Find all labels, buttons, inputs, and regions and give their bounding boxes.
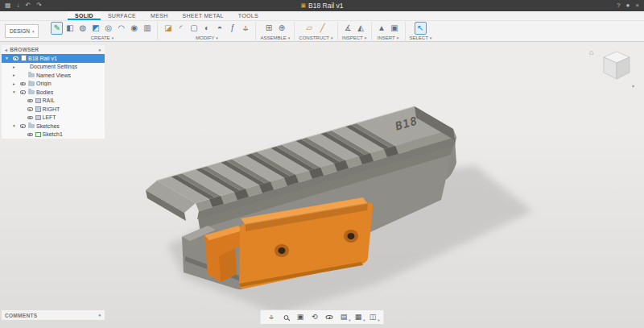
browser-item-right[interactable]: RIGHT	[2, 105, 105, 114]
visibility-eye-icon[interactable]	[26, 99, 34, 103]
viewports-button[interactable]: ◫▾	[367, 312, 379, 322]
ribbon-group-label-insert[interactable]: INSERT▾	[378, 35, 398, 40]
grid-settings-button[interactable]: ▦▾	[353, 312, 365, 322]
create-thread-icon: ▥	[143, 24, 151, 32]
joint-icon: ⊕	[279, 24, 285, 32]
select-tool-button[interactable]: ↖	[415, 22, 427, 35]
construct-axis-button[interactable]: ╱	[316, 22, 328, 35]
disclosure-arrow-icon[interactable]: ▸	[11, 81, 17, 86]
eye-glyph	[27, 133, 33, 137]
disclosure-arrow-icon[interactable]: ▾	[11, 123, 17, 128]
move-copy-button[interactable]: ↔↕	[239, 22, 251, 35]
browser-item-document-settings[interactable]: ▸Document Settings	[2, 63, 105, 72]
ribbon-group-label-inspect[interactable]: INSPECT▾	[342, 35, 367, 40]
display-settings-button[interactable]: ▤▾	[338, 312, 350, 322]
browser-item-sketch1[interactable]: Sketch1	[2, 131, 105, 139]
disclosure-arrow-icon[interactable]: ▸	[11, 73, 17, 77]
create-box-button[interactable]: ◧	[64, 22, 76, 35]
viewport-canvas[interactable]: B18 ◂ BROWSER ● ▾B18 Rail v1▸Document Se…	[0, 42, 644, 328]
view-cube-graphic[interactable]	[589, 47, 636, 89]
tab-solid[interactable]: SOLID	[68, 11, 101, 20]
browser-item-named-views[interactable]: ▸Named Views	[2, 71, 105, 80]
browser-item-rail[interactable]: RAIL	[2, 97, 105, 106]
fillet-button[interactable]: ◜	[175, 22, 187, 35]
create-cylinder-button[interactable]: ◍	[76, 22, 89, 35]
look-at-button[interactable]	[324, 312, 336, 322]
new-component-button[interactable]: ⊞	[262, 22, 275, 35]
construct-axis-icon: ╱	[320, 24, 324, 32]
measure-icon: ∡	[345, 24, 352, 32]
browser-item-left[interactable]: LEFT	[2, 114, 105, 122]
fit-button[interactable]: ▣	[295, 312, 307, 322]
body-icon	[35, 106, 41, 112]
tab-mesh[interactable]: MESH	[143, 11, 175, 20]
visibility-eye-icon[interactable]	[26, 107, 34, 111]
shell-button[interactable]: ▢	[188, 22, 200, 35]
chevron-down-icon: ▾	[112, 35, 114, 40]
close-window-icon[interactable]: ×	[635, 2, 639, 9]
titlebar-center: ▣ B18 Rail v1	[0, 2, 644, 10]
chevron-down-icon: ▾	[397, 35, 399, 40]
combine-button[interactable]: ◐	[200, 22, 213, 35]
undo-icon[interactable]: ↶	[26, 2, 31, 9]
create-hole-button[interactable]: ◉	[128, 22, 140, 35]
insert-mesh-button[interactable]: ▲	[376, 22, 388, 35]
save-icon[interactable]: ↓	[17, 2, 20, 9]
pan-button[interactable]: ↔↕	[266, 312, 278, 322]
comments-menu-icon[interactable]: ●	[98, 313, 101, 318]
tab-sheet-metal[interactable]: SHEET METAL	[175, 11, 231, 20]
visibility-eye-icon[interactable]	[11, 56, 19, 60]
ribbon-group-label-assemble[interactable]: ASSEMBLE▾	[260, 35, 290, 40]
insert-canvas-button[interactable]: ▣	[389, 22, 401, 35]
app-grid-icon[interactable]: ▦	[5, 2, 11, 9]
zoom-button[interactable]	[280, 312, 292, 322]
split-body-button[interactable]: ◓	[213, 22, 225, 35]
design-workspace-dropdown[interactable]: DESIGN ▾	[5, 24, 39, 38]
measure-button[interactable]: ∡	[342, 22, 354, 35]
browser-item-bodies[interactable]: ▾Bodies	[2, 88, 105, 97]
create-cylinder-icon: ◍	[80, 24, 87, 32]
disclosure-arrow-icon[interactable]: ▾	[11, 89, 17, 94]
joint-button[interactable]: ⊕	[275, 22, 287, 35]
eye-glyph	[20, 124, 26, 128]
redo-icon[interactable]: ↷	[36, 2, 42, 9]
ribbon-group-label-select[interactable]: SELECT▾	[410, 35, 432, 40]
ribbon-group-label-construct[interactable]: CONSTRUCT▾	[299, 35, 332, 40]
section-analysis-button[interactable]: ◭	[355, 22, 367, 35]
user-account-icon[interactable]: ●	[625, 2, 630, 9]
disclosure-arrow-icon[interactable]: ▾	[4, 56, 10, 60]
create-revolve-button[interactable]: ◎	[102, 22, 114, 35]
folder-icon	[28, 73, 35, 78]
panel-menu-icon[interactable]: ●	[98, 48, 101, 52]
create-sweep-button[interactable]: ◠	[115, 22, 127, 35]
view-cube[interactable]: ⌂ ▾	[589, 47, 636, 89]
visibility-eye-icon[interactable]	[19, 124, 27, 128]
view-cube-menu-icon[interactable]: ▾	[632, 83, 634, 89]
construct-plane-button[interactable]: ▱	[303, 22, 316, 35]
ribbon-group-label-modify[interactable]: MODIFY▾	[196, 35, 218, 40]
browser-item-sketches[interactable]: ▾Sketches	[2, 122, 105, 131]
visibility-eye-icon[interactable]	[26, 116, 34, 120]
ribbon-group-label-create[interactable]: CREATE▾	[91, 35, 114, 40]
collapse-panel-icon[interactable]: ◂	[5, 47, 7, 52]
comments-panel[interactable]: COMMENTS ●	[2, 310, 105, 320]
tab-surface[interactable]: SURFACE	[101, 11, 143, 20]
create-sketch-button[interactable]: ✎	[51, 22, 63, 35]
create-extrude-button[interactable]: ◩	[89, 22, 101, 35]
change-parameters-button[interactable]: ƒ	[226, 22, 238, 35]
ribbon-group-icons: ▱╱	[303, 22, 328, 35]
visibility-eye-icon[interactable]	[26, 133, 34, 137]
press-pull-button[interactable]: ◪	[162, 22, 174, 35]
disclosure-arrow-icon[interactable]: ▸	[11, 64, 17, 69]
tab-tools[interactable]: TOOLS	[231, 11, 266, 20]
create-thread-button[interactable]: ▥	[141, 22, 153, 35]
orbit-button[interactable]: ⟲	[309, 312, 321, 322]
orbit-icon: ⟲	[312, 313, 318, 321]
browser-item-label: Origin	[36, 81, 52, 86]
browser-item-origin[interactable]: ▸Origin	[2, 80, 105, 89]
visibility-eye-icon[interactable]	[19, 90, 27, 94]
help-icon[interactable]: ?	[617, 2, 620, 9]
create-sketch-icon: ✎	[54, 24, 60, 32]
visibility-eye-icon[interactable]	[19, 82, 27, 86]
browser-item-b18-rail-v1[interactable]: ▾B18 Rail v1	[2, 54, 105, 63]
